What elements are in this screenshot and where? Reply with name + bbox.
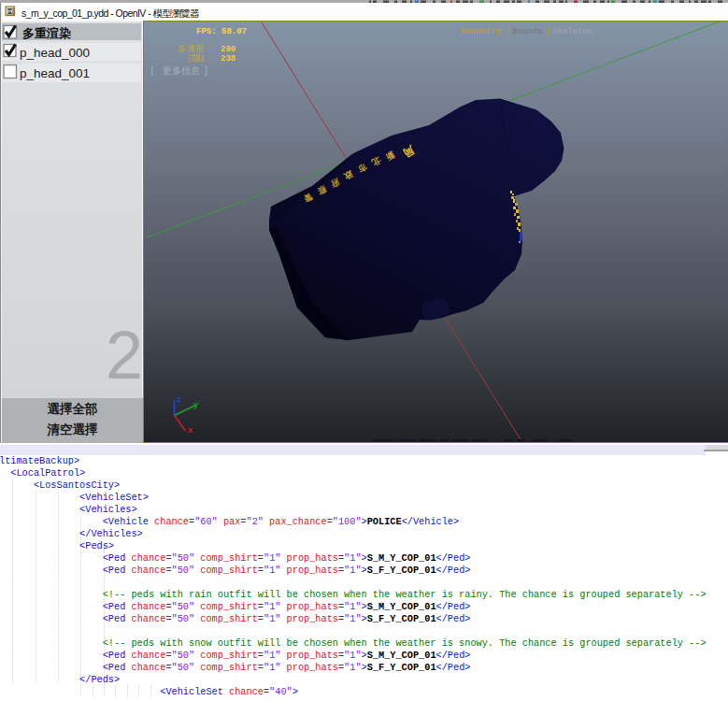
svg-text:|: |: [546, 27, 550, 36]
svg-text:FPS: 58.07: FPS: 58.07: [196, 27, 247, 36]
svg-text:]: ]: [205, 65, 207, 76]
svg-text:Geometry: Geometry: [461, 27, 502, 36]
svg-text:頂點：: 頂點：: [187, 52, 214, 63]
svg-text:更多信息: 更多信息: [163, 65, 200, 76]
svg-text:Skeleton: Skeleton: [552, 27, 592, 36]
svg-text:290: 290: [221, 45, 236, 54]
svg-text:z: z: [177, 394, 181, 404]
svg-text:238: 238: [221, 54, 236, 64]
svg-text:|: |: [506, 27, 510, 36]
svg-text:y: y: [193, 400, 198, 409]
svg-text:[: [: [151, 65, 154, 76]
svg-text:Bounds: Bounds: [512, 27, 542, 36]
svg-text:x: x: [188, 425, 193, 435]
